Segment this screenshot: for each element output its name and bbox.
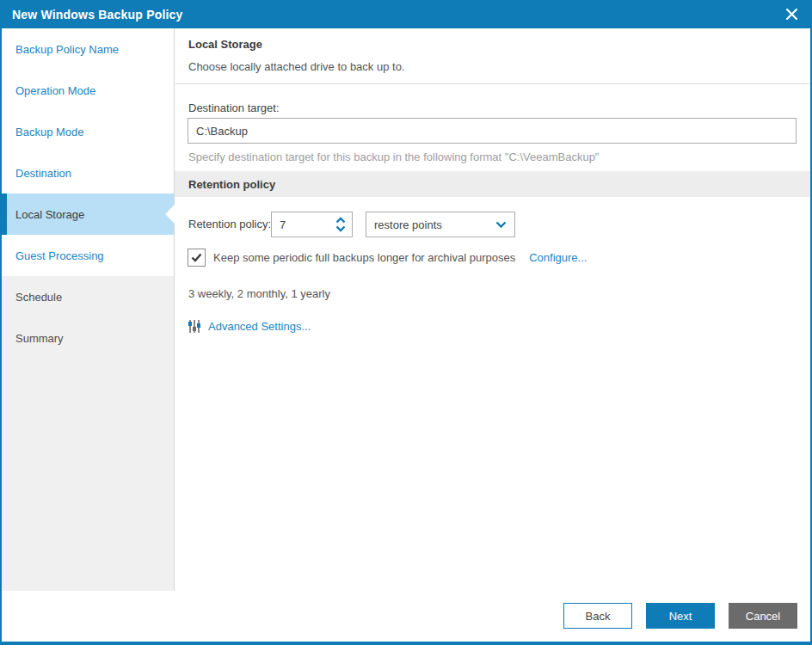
sidebar-item-destination[interactable]: Destination [2, 152, 174, 194]
title-bar: New Windows Backup Policy [0, 0, 812, 28]
sidebar-item-operation-mode[interactable]: Operation Mode [2, 70, 174, 111]
retention-count-spinner[interactable]: 7 [271, 212, 353, 237]
advanced-settings-link[interactable]: Advanced Settings... [208, 320, 311, 333]
new-windows-backup-policy-dialog: New Windows Backup Policy Backup Policy … [0, 0, 812, 645]
sidebar-item-schedule: Schedule [2, 276, 174, 317]
sidebar-item-summary: Summary [2, 317, 174, 359]
sidebar-item-local-storage[interactable]: Local Storage [2, 194, 174, 235]
back-button[interactable]: Back [563, 603, 632, 629]
keep-full-backups-checkbox[interactable] [188, 249, 206, 267]
page-title: Local Storage [188, 38, 262, 51]
sidebar-item-backup-mode[interactable]: Backup Mode [2, 111, 174, 152]
spinner-up-icon[interactable] [335, 217, 346, 224]
window-title: New Windows Backup Policy [12, 8, 183, 22]
advanced-settings-row[interactable]: Advanced Settings... [188, 319, 311, 334]
chevron-down-icon [495, 221, 507, 229]
destination-target-hint: Specify destination target for this back… [188, 150, 599, 163]
wizard-step-list: Backup Policy Name Operation Mode Backup… [2, 28, 174, 359]
keep-full-backups-label: Keep some periodic full backups longer f… [213, 251, 515, 264]
sidebar-item-guest-processing[interactable]: Guest Processing [2, 235, 174, 276]
selected-step-notch [165, 205, 175, 224]
keep-full-backups-row: Keep some periodic full backups longer f… [188, 249, 587, 267]
retention-unit-dropdown[interactable]: restore points [366, 212, 515, 237]
close-icon[interactable] [781, 4, 802, 25]
retention-policy-label: Retention policy: [188, 212, 271, 237]
retention-unit-value: restore points [374, 218, 495, 231]
next-button[interactable]: Next [646, 603, 715, 629]
retention-count-value[interactable]: 7 [272, 218, 329, 231]
wizard-steps-sidebar: Backup Policy Name Operation Mode Backup… [2, 28, 175, 591]
retention-policy-section-header: Retention policy [175, 171, 810, 197]
spinner-down-icon[interactable] [335, 225, 346, 232]
local-storage-page: Local Storage Choose locally attached dr… [175, 28, 810, 591]
header-divider [175, 83, 810, 84]
page-subtitle: Choose locally attached drive to back up… [188, 60, 404, 73]
destination-target-input[interactable] [188, 118, 797, 144]
retention-policy-row: Retention policy: 7 restore points [188, 212, 797, 237]
wizard-footer: Back Next Cancel [2, 591, 810, 642]
gfs-summary-text: 3 weekly, 2 monthly, 1 yearly [188, 287, 330, 300]
sliders-icon [188, 319, 202, 334]
configure-link[interactable]: Configure... [529, 251, 587, 264]
destination-target-label: Destination target: [188, 101, 280, 114]
cancel-button[interactable]: Cancel [729, 603, 797, 629]
sidebar-item-backup-policy-name[interactable]: Backup Policy Name [2, 28, 174, 70]
checkmark-icon [191, 253, 202, 262]
